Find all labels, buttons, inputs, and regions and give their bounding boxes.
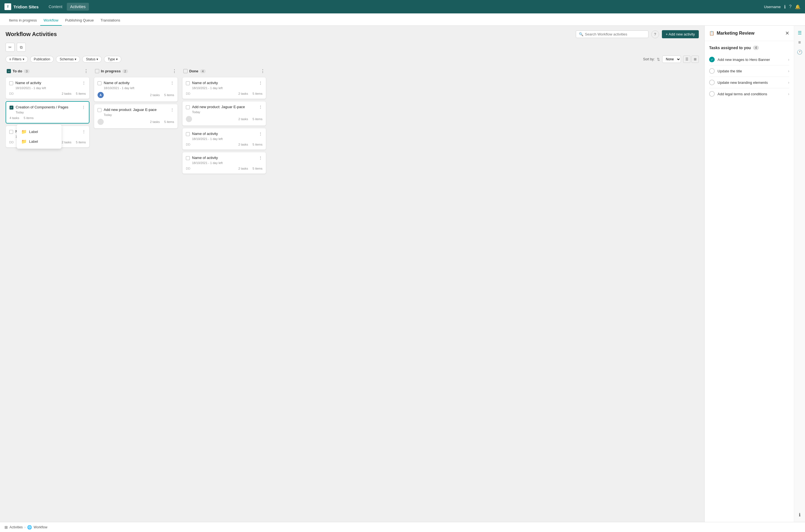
card-menu-icon[interactable]: ⋮ xyxy=(82,129,86,134)
header-actions: 🔍 ? + Add new activity xyxy=(576,30,699,38)
checklist-icon[interactable]: ☰ xyxy=(798,30,802,36)
dropdown-item-1[interactable]: 📁 Label xyxy=(17,127,61,137)
view-buttons: ☰ ⊞ xyxy=(683,56,699,63)
card-menu-icon[interactable]: ⋮ xyxy=(170,81,174,85)
card-date-today: Today xyxy=(192,110,262,114)
card-menu-icon[interactable]: ⋮ xyxy=(259,81,262,85)
card-checkbox[interactable] xyxy=(97,108,101,112)
toolbar: ✂ ⧉ xyxy=(5,43,699,52)
panel-icon: 📋 xyxy=(709,31,714,36)
clock-icon[interactable]: 🕐 xyxy=(797,50,803,55)
card-footer: DD 2 tasks 5 items xyxy=(9,92,86,95)
sort-select[interactable]: None xyxy=(662,56,681,63)
task-name-4: Add legal terms and conditions xyxy=(717,92,785,96)
search-input[interactable] xyxy=(585,32,645,36)
card-checkbox-checked[interactable]: ✓ xyxy=(10,106,14,110)
card-header: Add new product: Jaguar E-pace ⋮ xyxy=(97,108,174,112)
card-avatar-dd: DD xyxy=(9,140,14,144)
filters-toggle[interactable]: ≡ Filters ▾ xyxy=(5,56,28,62)
task-item-3[interactable]: Update new branding elements › xyxy=(709,77,789,88)
schemas-chevron: ▾ xyxy=(75,57,76,61)
card-menu-icon[interactable]: ⋮ xyxy=(259,156,262,160)
card-menu-icon[interactable]: ⋮ xyxy=(81,105,86,110)
lines-icon[interactable]: ≡ xyxy=(798,40,801,45)
add-activity-button[interactable]: + Add new activity xyxy=(662,30,699,38)
card-title: Name of activity xyxy=(15,81,80,85)
card-checkbox[interactable] xyxy=(186,105,190,109)
card-todo-2: ✓ Creation of Components / Pages ⋮ Today… xyxy=(5,101,90,124)
task-name-3: Update new branding elements xyxy=(717,80,785,85)
right-panel: 📋 Marketing Review ✕ Tasks assigned to y… xyxy=(705,26,794,522)
status-chevron: ▾ xyxy=(96,57,98,61)
card-tasks: 2 tasks xyxy=(239,92,248,95)
sidebar-info-icon[interactable]: ℹ xyxy=(799,512,801,517)
card-checkbox[interactable] xyxy=(186,156,190,160)
bell-icon[interactable]: 🔔 xyxy=(795,4,801,10)
card-avatar-dd: DD xyxy=(186,92,190,95)
card-checkbox[interactable] xyxy=(186,132,190,136)
card-meta: 4 tasks 5 items xyxy=(10,116,34,119)
info-icon[interactable]: ℹ xyxy=(784,4,786,10)
card-tasks: 2 tasks xyxy=(62,140,72,144)
todo-menu-icon[interactable]: ⋮ xyxy=(84,69,88,74)
grid-icon: ⊞ xyxy=(4,525,8,530)
tab-publishing-queue[interactable]: Publishing Queue xyxy=(62,15,97,26)
card-checkbox[interactable] xyxy=(9,81,13,85)
done-select-all[interactable] xyxy=(183,69,188,73)
tab-items-in-progress[interactable]: Items in progress xyxy=(5,15,40,26)
card-menu-icon[interactable]: ⋮ xyxy=(82,81,86,85)
filter-type[interactable]: Type ▾ xyxy=(104,56,121,62)
breadcrumb-activities[interactable]: Activities xyxy=(10,525,23,529)
task-item-1[interactable]: ✓ Add new images to Hero Banner › xyxy=(709,54,789,65)
todo-select-all[interactable]: − xyxy=(7,69,11,73)
done-menu-icon[interactable]: ⋮ xyxy=(261,69,265,74)
card-done-1: Name of activity ⋮ 18/10/2021 - 1 day le… xyxy=(182,77,266,99)
inprogress-menu-icon[interactable]: ⋮ xyxy=(172,69,177,74)
card-meta: 2 tasks 5 items xyxy=(239,117,262,121)
card-header: Add new product: Jaguar E-pace ⋮ xyxy=(186,105,262,109)
card-footer: DD 2 tasks 5 items xyxy=(186,167,262,170)
panel-close-button[interactable]: ✕ xyxy=(785,30,789,36)
sort-icon: ⇅ xyxy=(657,57,660,61)
card-menu-icon[interactable]: ⋮ xyxy=(170,108,174,112)
grid-view-button[interactable]: ⊞ xyxy=(692,56,699,63)
tab-translations[interactable]: Translations xyxy=(97,15,124,26)
card-header: Name of activity ⋮ xyxy=(9,81,86,85)
card-avatar-dd: DD xyxy=(9,92,14,95)
filter-schemas[interactable]: Schemas ▾ xyxy=(56,56,80,62)
card-tasks: 4 tasks xyxy=(10,116,19,119)
schemas-label: Schemas xyxy=(59,57,74,61)
card-meta: 2 tasks 5 items xyxy=(150,93,174,97)
nav-content[interactable]: Content xyxy=(45,3,66,11)
card-menu-icon[interactable]: ⋮ xyxy=(259,105,262,109)
card-checkbox[interactable] xyxy=(97,81,101,85)
cut-button[interactable]: ✂ xyxy=(5,43,15,52)
filter-status[interactable]: Status ▾ xyxy=(82,56,102,62)
app-name: Tridion Sites xyxy=(14,4,39,9)
filter-publication[interactable]: Publication xyxy=(30,56,54,62)
task-item-2[interactable]: Update the title › xyxy=(709,65,789,77)
top-navigation: T Tridion Sites Content Activities Usern… xyxy=(0,0,805,14)
type-chevron: ▾ xyxy=(116,57,118,61)
breadcrumb-workflow[interactable]: Workflow xyxy=(34,525,47,529)
card-checkbox[interactable] xyxy=(186,81,190,85)
card-done-2: Add new product: Jaguar E-pace ⋮ Today 2… xyxy=(182,101,266,126)
task-chevron-icon: › xyxy=(788,80,789,85)
card-checkbox[interactable] xyxy=(9,130,13,134)
tab-workflow[interactable]: Workflow xyxy=(40,15,62,26)
column-todo: − To do 3 ⋮ Name of activity ⋮ 18/10/202… xyxy=(5,67,90,148)
task-chevron-icon: › xyxy=(788,92,789,96)
dropdown-item-2[interactable]: 📁 Label xyxy=(17,137,61,147)
nav-activities[interactable]: Activities xyxy=(67,3,89,11)
task-chevron-icon: › xyxy=(788,69,789,73)
card-header: Name of activity ⋮ xyxy=(186,132,262,136)
copy-button[interactable]: ⧉ xyxy=(17,43,26,52)
card-title-creation: Creation of Components / Pages xyxy=(16,105,79,109)
help-button[interactable]: ? xyxy=(651,31,659,38)
filters-label: Filters xyxy=(12,57,21,61)
task-item-4[interactable]: Add legal terms and conditions › xyxy=(709,88,789,99)
list-view-button[interactable]: ☰ xyxy=(683,56,690,63)
help-icon[interactable]: ? xyxy=(789,4,791,9)
card-menu-icon[interactable]: ⋮ xyxy=(259,132,262,136)
inprogress-select-all[interactable] xyxy=(95,69,99,73)
